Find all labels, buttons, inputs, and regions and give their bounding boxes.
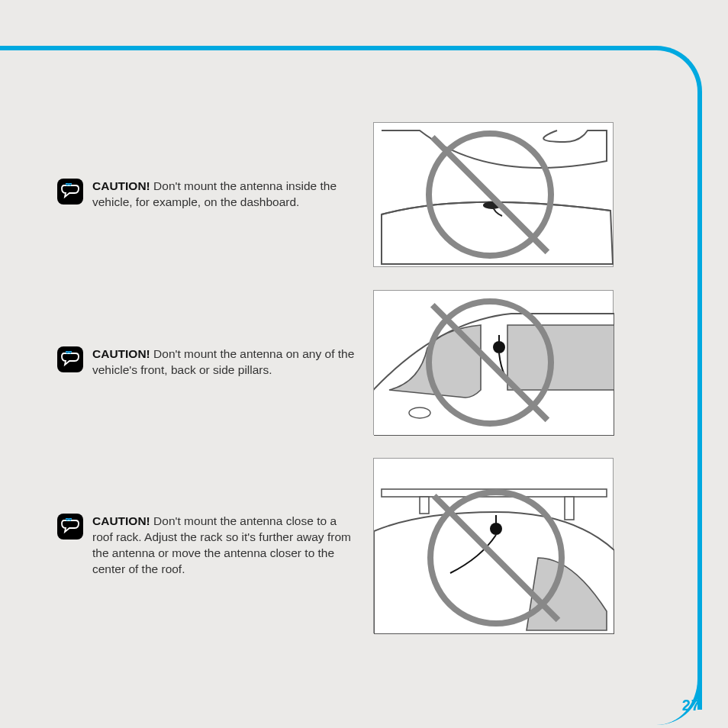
- illustration-pillar: [373, 290, 614, 435]
- content-area: CAUTION! Don't mount the antenna inside …: [57, 122, 668, 656]
- caution-text-1: CAUTION! Don't mount the antenna inside …: [92, 179, 355, 211]
- page-number: 27: [682, 697, 701, 714]
- svg-rect-5: [565, 497, 574, 520]
- caution-label-3: CAUTION!: [92, 514, 150, 527]
- caution-icon: [57, 179, 83, 205]
- svg-rect-4: [420, 497, 429, 514]
- prohibit-icon: [427, 489, 565, 627]
- illustration-roofrack: [373, 458, 614, 633]
- manual-page: CAUTION! Don't mount the antenna inside …: [0, 0, 728, 728]
- illustration-dashboard: [373, 122, 614, 267]
- prohibit-icon: [426, 298, 554, 427]
- prohibit-icon: [426, 130, 554, 259]
- caution-icon: [57, 346, 83, 372]
- caution-left-2: CAUTION! Don't mount the antenna on any …: [57, 346, 355, 378]
- caution-row-3: CAUTION! Don't mount the antenna close t…: [57, 458, 668, 633]
- caution-row-2: CAUTION! Don't mount the antenna on any …: [57, 290, 668, 435]
- caution-text-3: CAUTION! Don't mount the antenna close t…: [92, 514, 355, 578]
- caution-left-1: CAUTION! Don't mount the antenna inside …: [57, 179, 355, 211]
- caution-label-1: CAUTION!: [92, 179, 150, 192]
- caution-icon: [57, 514, 83, 540]
- caution-text-2: CAUTION! Don't mount the antenna on any …: [92, 346, 355, 378]
- caution-label-2: CAUTION!: [92, 347, 150, 360]
- caution-row-1: CAUTION! Don't mount the antenna inside …: [57, 122, 668, 267]
- caution-left-3: CAUTION! Don't mount the antenna close t…: [57, 514, 355, 578]
